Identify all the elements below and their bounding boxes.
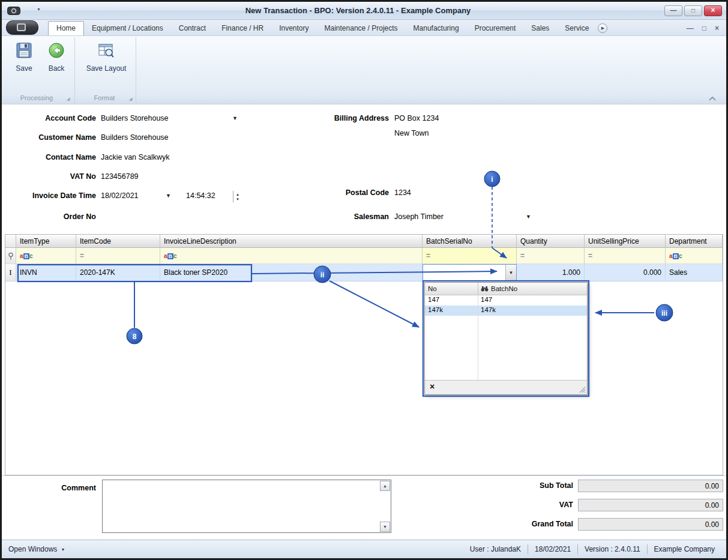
salesman-field[interactable]: Joseph Timber xyxy=(394,212,444,221)
filter-unitsellingprice[interactable]: = xyxy=(585,248,666,264)
postal-code-label: Postal Code xyxy=(293,188,389,197)
batch-row[interactable]: 147k 147k xyxy=(425,306,587,316)
invoice-lines-grid: ItemType ItemCode InvoiceLineDescription… xyxy=(5,234,723,475)
mdi-minimize-button[interactable]: — xyxy=(687,24,694,32)
invoice-date-time-label: Invoice Date Time xyxy=(0,191,96,200)
tab-scroll-right-button[interactable]: ▶ xyxy=(598,23,607,33)
comment-scroll-down-button[interactable]: ▼ xyxy=(380,522,390,532)
col-header-itemtype[interactable]: ItemType xyxy=(16,235,76,248)
time-spinner[interactable]: ▲ ▼ xyxy=(233,191,242,202)
batch-col-batchno[interactable]: BatchNo xyxy=(478,283,587,295)
mdi-window-controls: — □ × xyxy=(687,24,719,32)
invoice-line-row[interactable]: I INVN 2020-147K Black toner SP2020 ▼ 1.… xyxy=(5,264,723,282)
account-code-dropdown-icon[interactable]: ▼ xyxy=(232,115,238,121)
tab-maintenance-projects[interactable]: Maintenance / Projects xyxy=(317,21,406,35)
tab-contract[interactable]: Contract xyxy=(171,21,214,35)
tab-procurement[interactable]: Procurement xyxy=(467,21,524,35)
filter-description[interactable]: aBc xyxy=(160,248,423,264)
comment-scroll-up-button[interactable]: ▲ xyxy=(380,481,390,491)
batch-serial-editor[interactable]: ▼ xyxy=(423,264,517,282)
footer-divider xyxy=(2,475,726,476)
minimize-button[interactable]: — xyxy=(664,5,682,16)
close-button[interactable]: × xyxy=(704,5,722,16)
grid-header-row: ItemType ItemCode InvoiceLineDescription… xyxy=(5,235,723,248)
popup-close-button[interactable]: × xyxy=(430,382,435,391)
abc-filter-icon: aBc xyxy=(164,251,177,260)
open-windows-button[interactable]: Open Windows ▼ xyxy=(8,540,65,558)
cell-quantity[interactable]: 1.000 xyxy=(517,264,585,282)
col-header-itemcode[interactable]: ItemCode xyxy=(76,235,160,248)
filter-batchserialno[interactable]: = xyxy=(423,248,517,264)
spinner-down-icon[interactable]: ▼ xyxy=(236,197,239,202)
cell-department[interactable]: Sales xyxy=(666,264,723,282)
filter-row-indicator xyxy=(5,248,16,264)
tab-home[interactable]: Home xyxy=(48,21,84,35)
invoice-time-field[interactable]: 14:54:32 xyxy=(186,191,215,200)
batch-dropdown-button[interactable]: ▼ xyxy=(505,265,516,281)
processing-dialog-launcher-icon[interactable]: ◢ xyxy=(67,97,70,101)
grand-total-label: Grand Total xyxy=(477,520,573,528)
account-code-field[interactable]: Builders Storehouse xyxy=(101,114,169,122)
format-dialog-launcher-icon[interactable]: ◢ xyxy=(129,97,132,101)
postal-code-field[interactable]: 1234 xyxy=(394,188,411,197)
col-header-quantity[interactable]: Quantity xyxy=(517,235,585,248)
customer-name-field[interactable]: Builders Storehouse xyxy=(101,133,169,142)
sub-total-value: 0.00 xyxy=(578,480,723,492)
contact-name-field[interactable]: Jackie van Scalkwyk xyxy=(101,153,170,161)
cell-itemcode[interactable]: 2020-147K xyxy=(76,264,160,282)
cell-itemtype[interactable]: INVN xyxy=(16,264,76,282)
app-emblem-icon xyxy=(17,23,26,31)
back-button[interactable]: Back xyxy=(43,39,70,80)
batch-row[interactable]: 147 147 xyxy=(425,295,587,306)
filter-itemcode[interactable]: = xyxy=(76,248,160,264)
ribbon-tab-bar: Home Equipment / Locations Contract Fina… xyxy=(2,20,726,36)
vat-value: 0.00 xyxy=(578,499,723,511)
statusbar-info: User : JulandaK 18/02/2021 Version : 2.4… xyxy=(463,540,721,558)
cell-unitsellingprice[interactable]: 0.000 xyxy=(585,264,666,282)
collapse-ribbon-icon[interactable] xyxy=(708,96,717,101)
popup-column-divider xyxy=(478,295,478,380)
batch-col-no[interactable]: No xyxy=(425,283,478,295)
tab-equipment-locations[interactable]: Equipment / Locations xyxy=(84,21,171,35)
col-header-unitsellingprice[interactable]: UnitSellingPrice xyxy=(585,235,666,248)
comment-textarea[interactable]: ▲ ▼ xyxy=(102,480,391,533)
tab-finance-hr[interactable]: Finance / HR xyxy=(214,21,271,35)
mdi-close-button[interactable]: × xyxy=(715,24,719,32)
tab-sales[interactable]: Sales xyxy=(523,21,557,35)
batch-popup-footer: × xyxy=(425,380,587,394)
invoice-date-dropdown-icon[interactable]: ▼ xyxy=(166,193,171,199)
filter-quantity[interactable]: = xyxy=(517,248,585,264)
maximize-button[interactable]: □ xyxy=(684,5,702,16)
salesman-dropdown-icon[interactable]: ▼ xyxy=(526,214,531,220)
tab-service[interactable]: Service xyxy=(557,21,597,35)
billing-address-line1[interactable]: PO Box 1234 xyxy=(394,114,439,122)
application-menu-button[interactable] xyxy=(6,20,38,35)
save-layout-button[interactable]: Save Layout xyxy=(82,39,130,80)
cell-description[interactable]: Black toner SP2020 xyxy=(160,264,423,282)
mdi-restore-button[interactable]: □ xyxy=(702,24,706,32)
abc-filter-icon: aBc xyxy=(669,251,682,260)
comment-label: Comment xyxy=(0,484,96,492)
col-header-department[interactable]: Department xyxy=(666,235,723,248)
tab-manufacturing[interactable]: Manufacturing xyxy=(406,21,467,35)
vat-no-field[interactable]: 123456789 xyxy=(101,172,139,181)
save-button[interactable]: Save xyxy=(10,39,38,80)
tab-inventory[interactable]: Inventory xyxy=(271,21,316,35)
quick-access-arrow-icon[interactable]: ▼ xyxy=(37,7,41,11)
resize-grip-icon[interactable] xyxy=(579,386,586,393)
group-processing-label: Processing xyxy=(7,94,67,101)
col-header-description[interactable]: InvoiceLineDescription xyxy=(160,235,423,248)
filter-itemtype[interactable]: aBc xyxy=(16,248,76,264)
filter-department[interactable]: aBc xyxy=(666,248,723,264)
spinner-up-icon[interactable]: ▲ xyxy=(236,192,239,197)
vat-no-label: VAT No xyxy=(0,172,96,181)
invoice-date-field[interactable]: 18/02/2021 xyxy=(101,191,139,200)
save-layout-icon xyxy=(97,41,115,59)
edit-row-indicator: I xyxy=(5,264,16,282)
billing-address-line2[interactable]: New Town xyxy=(394,129,429,137)
binoculars-icon xyxy=(481,286,489,292)
grid-corner xyxy=(5,235,16,248)
col-header-batchserialno[interactable]: BatchSerialNo xyxy=(423,235,517,248)
customer-name-label: Customer Name xyxy=(0,133,96,142)
svg-text:i: i xyxy=(491,175,493,184)
